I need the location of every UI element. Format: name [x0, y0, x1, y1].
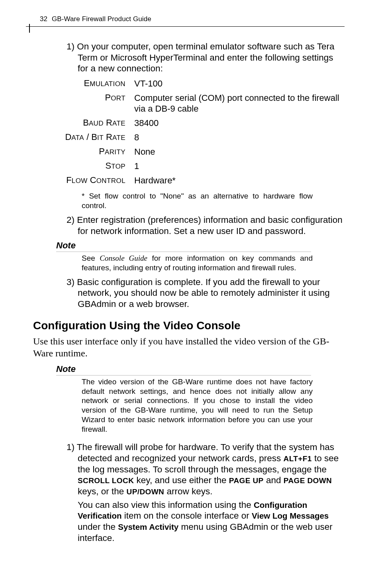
value-port: Computer serial (COM) port connected to … [134, 92, 346, 114]
value-stop: 1 [134, 161, 139, 171]
section-title: Configuration Using the Video Console [33, 319, 346, 332]
key-altf1: ALT+F1 [284, 454, 312, 463]
note-heading-1: Note [56, 240, 346, 251]
note-body-2: The video version of the GB-Ware runtime… [82, 377, 313, 434]
label-emulation: EMULATION [50, 78, 134, 88]
section-intro: Use this user interface only if you have… [33, 335, 344, 359]
video-step-1: 1) The firewall will probe for hardware.… [50, 442, 346, 497]
header-tick [29, 24, 30, 33]
step-3: 3) Basic configuration is complete. If y… [50, 277, 346, 310]
value-databit: 8 [134, 132, 139, 143]
label-baud: BAUD RATE [50, 118, 134, 128]
setting-stop: STOP 1 [50, 161, 346, 171]
setting-baud: BAUD RATE 38400 [50, 118, 346, 128]
running-header: 32 GB-Ware Firewall Product Guide [40, 15, 346, 23]
guide-title: GB-Ware Firewall Product Guide [52, 15, 151, 23]
setting-flow: FLOW CONTROL Hardware* [50, 175, 346, 186]
value-parity: None [134, 146, 155, 157]
flow-footnote: * Set flow control to "None" as an alter… [82, 191, 313, 210]
label-parity: PARITY [50, 146, 134, 157]
page-number: 32 [40, 15, 47, 23]
note-rule-1 [56, 252, 311, 252]
setting-port: PORT Computer serial (COM) port connecte… [50, 92, 346, 114]
header-rule [26, 26, 345, 27]
setting-emulation: EMULATION VT-100 [50, 78, 346, 89]
key-page-up: PAGE UP [229, 476, 264, 485]
key-updown: UP/DOWN [127, 488, 165, 496]
video-step-1-cont: You can also view this information using… [50, 500, 346, 544]
setting-databit: DATA / BIT RATE 8 [50, 132, 346, 143]
label-stop: STOP [50, 161, 134, 171]
key-scroll-lock: SCROLL LOCK [78, 476, 134, 485]
note-rule-2 [56, 375, 311, 376]
label-databit: DATA / BIT RATE [50, 132, 134, 142]
label-flow: FLOW CONTROL [50, 175, 134, 185]
value-baud: 38400 [134, 118, 159, 128]
step-2: 2) Enter registration (preferences) info… [50, 214, 346, 236]
ui-view-log-messages: View Log Messages [252, 511, 329, 520]
ui-system-activity: System Activity [118, 522, 178, 531]
key-page-down: PAGE DOWN [284, 476, 332, 485]
step-1: 1) On your computer, open terminal emula… [50, 41, 346, 74]
value-flow: Hardware* [134, 175, 176, 186]
value-emulation: VT-100 [134, 78, 163, 89]
setting-parity: PARITY None [50, 146, 346, 157]
settings-table: EMULATION VT-100 PORT Computer serial (C… [50, 78, 346, 186]
note-heading-2: Note [56, 364, 346, 374]
label-port: PORT [50, 92, 134, 103]
note-body-1: See Console Guide for more information o… [82, 254, 313, 273]
